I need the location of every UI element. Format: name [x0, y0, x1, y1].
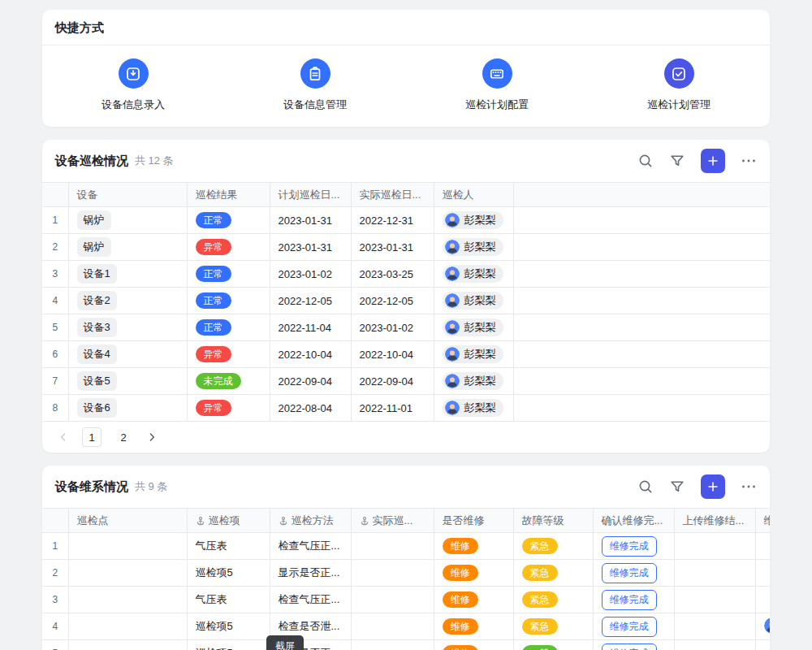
- planned-date: 2022-08-04: [270, 395, 351, 422]
- person-name: 彭梨梨: [464, 320, 496, 335]
- table-row[interactable]: 5 巡检项5 显示是否正... 维修 一般 维修完成: [42, 640, 770, 650]
- worker-cell: [755, 587, 770, 613]
- add-record-button[interactable]: [701, 474, 725, 499]
- device-chip: 设备6: [77, 398, 117, 418]
- filler-cell: [513, 314, 770, 341]
- table-row[interactable]: 2 巡检项5 显示是否正... 维修 紧急 维修完成: [42, 560, 770, 587]
- result-badge: 异常: [196, 346, 231, 362]
- plan-config-icon: [482, 58, 512, 89]
- repair-done-button[interactable]: 维修完成: [602, 590, 657, 610]
- table-row[interactable]: 3 气压表 检查气压正... 维修 紧急 维修完成: [42, 587, 770, 613]
- col-planned-date[interactable]: 计划巡检日...: [270, 183, 351, 207]
- person-chip: 彭梨梨: [443, 238, 503, 256]
- table-row[interactable]: 4 设备2 正常 2022-12-05 2022-12-05 彭梨梨: [42, 288, 770, 314]
- col-repair[interactable]: 是否维修: [434, 509, 513, 533]
- col-method[interactable]: 巡检方法: [270, 509, 351, 533]
- col-worker[interactable]: 维...: [755, 509, 770, 533]
- prev-page-icon[interactable]: [57, 431, 70, 444]
- person-name: 彭梨梨: [464, 266, 496, 281]
- actual-date: 2023-01-02: [351, 314, 434, 341]
- shortcut-plan-config[interactable]: 巡检计划配置: [406, 58, 588, 112]
- repair-done-button[interactable]: 维修完成: [602, 536, 657, 557]
- avatar: [445, 266, 460, 281]
- avatar: [445, 293, 460, 308]
- upload-cell: [674, 613, 755, 640]
- repair-badge: 维修: [443, 592, 478, 608]
- table-row[interactable]: 1 气压表 检查气压正... 维修 紧急 维修完成: [42, 533, 770, 560]
- actual-cell: [351, 640, 434, 650]
- row-number: 7: [42, 368, 68, 395]
- table-row[interactable]: 4 巡检项5 检查是否泄... 维修 紧急 维修完成: [42, 613, 770, 640]
- page-button-2[interactable]: 2: [114, 427, 133, 447]
- person-chip: 彭梨梨: [443, 372, 503, 390]
- page-button-1[interactable]: 1: [82, 427, 102, 447]
- filler-cell: [513, 368, 770, 395]
- item-cell: 巡检项5: [187, 640, 270, 650]
- shortcut-device-manage[interactable]: 设备信息管理: [224, 58, 406, 112]
- more-icon[interactable]: [741, 153, 757, 169]
- row-number: 1: [42, 207, 68, 234]
- device-chip: 锅炉: [77, 237, 111, 257]
- avatar: [445, 240, 460, 254]
- table-row[interactable]: 5 设备3 正常 2022-11-04 2023-01-02 彭梨梨: [42, 314, 770, 341]
- maintenance-title: 设备维系情况: [55, 479, 128, 495]
- table-row[interactable]: 6 设备4 异常 2022-10-04 2022-10-04 彭梨梨: [42, 341, 770, 368]
- inspection-header-row: 设备 巡检结果 计划巡检日... 实际巡检日... 巡检人: [42, 183, 770, 207]
- worker-cell: [755, 533, 770, 560]
- repair-done-button[interactable]: 维修完成: [602, 563, 657, 583]
- person-chip: 彭梨梨: [443, 265, 503, 283]
- col-actual-date[interactable]: 实际巡检日...: [351, 183, 434, 207]
- repair-done-button[interactable]: 维修完成: [602, 617, 657, 637]
- device-chip: 设备5: [77, 371, 117, 391]
- table-row[interactable]: 2 锅炉 异常 2023-01-31 2023-01-31 彭梨梨: [42, 234, 770, 261]
- level-badge: 一般: [522, 645, 558, 650]
- col-device[interactable]: 设备: [68, 183, 187, 207]
- shortcuts-card: 快捷方式 设备信息录入 设备信息管理: [42, 10, 770, 127]
- search-icon[interactable]: [637, 153, 654, 169]
- person-name: 彭梨梨: [464, 347, 496, 362]
- method-cell: 检查气压正...: [270, 533, 351, 560]
- filler-cell: [513, 234, 770, 261]
- actual-cell: [351, 613, 434, 640]
- person-name: 彭梨梨: [464, 240, 496, 254]
- row-number: 2: [42, 234, 68, 261]
- repair-badge: 维修: [443, 565, 478, 581]
- col-actual[interactable]: 实际巡...: [351, 509, 434, 533]
- repair-done-button[interactable]: 维修完成: [602, 644, 657, 650]
- filter-icon[interactable]: [669, 153, 685, 169]
- col-result[interactable]: 巡检结果: [187, 183, 270, 207]
- next-page-icon[interactable]: [145, 431, 158, 444]
- shortcut-label: 设备信息录入: [102, 98, 165, 112]
- lookup-icon: [196, 516, 205, 526]
- more-icon[interactable]: [741, 479, 757, 495]
- shortcut-plan-manage[interactable]: 巡检计划管理: [588, 58, 770, 112]
- actual-cell: [351, 587, 434, 613]
- col-inspector[interactable]: 巡检人: [434, 183, 513, 207]
- lookup-icon: [360, 516, 369, 526]
- result-badge: 正常: [196, 266, 231, 282]
- col-point[interactable]: 巡检点: [68, 509, 187, 533]
- shortcut-device-entry[interactable]: 设备信息录入: [42, 58, 224, 112]
- actual-date: 2023-03-25: [351, 261, 434, 288]
- col-item[interactable]: 巡检项: [187, 509, 270, 533]
- table-row[interactable]: 1 锅炉 正常 2023-01-31 2022-12-31 彭梨梨: [42, 207, 770, 234]
- filter-icon[interactable]: [669, 479, 685, 495]
- point-cell: [68, 613, 187, 640]
- table-row[interactable]: 7 设备5 未完成 2022-09-04 2022-09-04 彭梨梨: [42, 368, 770, 395]
- table-row[interactable]: 3 设备1 正常 2023-01-02 2023-03-25 彭梨梨: [42, 261, 770, 288]
- search-icon[interactable]: [637, 479, 654, 495]
- col-upload[interactable]: 上传维修结...: [674, 509, 755, 533]
- upload-cell: [674, 560, 755, 587]
- maintenance-card: 设备维系情况 共 9 条 巡检点 巡检项 巡检方法 实际巡... 是否维修 故: [42, 466, 770, 650]
- result-badge: 异常: [196, 400, 231, 416]
- worker-cell: [755, 613, 770, 640]
- method-cell: 检查气压正...: [270, 587, 351, 613]
- row-number: 3: [42, 261, 68, 288]
- table-row[interactable]: 8 设备6 异常 2022-08-04 2022-11-01 彭梨梨: [42, 395, 770, 422]
- col-level[interactable]: 故障等级: [513, 509, 593, 533]
- pagination: 1 2: [42, 422, 770, 453]
- col-confirm[interactable]: 确认维修完...: [593, 509, 674, 533]
- dashboard-page: 快捷方式 设备信息录入 设备信息管理: [0, 10, 812, 650]
- upload-cell: [674, 533, 755, 560]
- add-record-button[interactable]: [701, 149, 725, 173]
